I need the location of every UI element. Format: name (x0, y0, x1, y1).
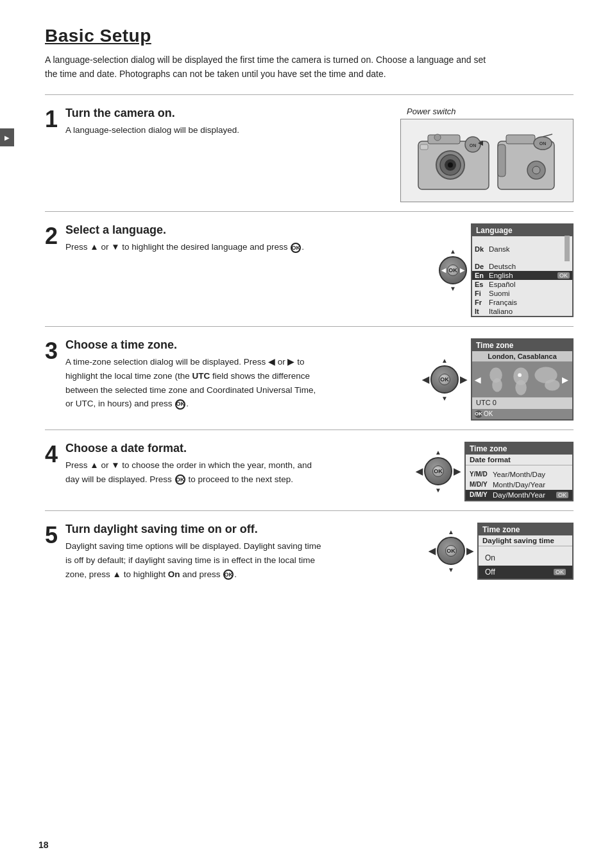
dateformat-row-dmy: D/M/Y Day/Month/Year OK (466, 490, 572, 500)
timezone-utc: UTC 0 (472, 397, 572, 409)
step-2-controls: ▲ OK ◀ ▶ ▼ Language Dk Dansk De Deuts (439, 223, 574, 317)
camera-right-svg: ON (495, 125, 559, 196)
step-4-content: 4 Choose a date format. Press ▲ or ▼ to … (45, 442, 387, 501)
nav-5: ▲ ◀ OK ▶ ▼ (429, 528, 473, 573)
step-4: 4 Choose a date format. Press ▲ or ▼ to … (45, 430, 574, 511)
nav-right-2: ▶ (460, 267, 464, 273)
step-5-controls: ▲ ◀ OK ▶ ▼ Time zone Daylight saving tim… (429, 523, 574, 580)
on-bold: On (168, 569, 180, 579)
ok-symbol-2: OK (291, 243, 301, 253)
daylight-dialog: Time zone Daylight saving time On Off OK (477, 523, 574, 580)
dateformat-row-ymd: Y/M/D Year/Month/Day (466, 469, 572, 480)
step-2-body: Press ▲ or ▼ to highlight the desired la… (65, 240, 304, 254)
nav-down-5: ▼ (448, 566, 454, 573)
step-3-body: A time-zone selection dialog will be dis… (65, 355, 322, 410)
ok-badge-df: OK (556, 492, 568, 498)
timezone-map: ◀ ▶ (472, 362, 572, 397)
svg-line-15 (543, 134, 552, 137)
step-5: 5 Turn daylight saving time on or off. D… (45, 511, 574, 594)
power-switch-label: Power switch (407, 107, 456, 116)
step-5-content: 5 Turn daylight saving time on or off. D… (45, 523, 387, 585)
svg-text:◀: ◀ (474, 376, 481, 384)
step-1-number: 1 (45, 108, 58, 131)
lang-row-fr: Fr Français (472, 298, 572, 307)
ok-symbol-3: OK (175, 399, 185, 410)
nav-updown-2: ▲ OK ◀ ▶ ▼ (439, 248, 467, 292)
lang-row-it: It Italiano (472, 307, 572, 316)
step-5-number: 5 (45, 524, 58, 547)
svg-rect-16 (498, 144, 506, 177)
nav-ok-3: OK (439, 374, 450, 385)
lang-row-dk: Dk Dansk (472, 236, 572, 262)
timezone-ok-label: OK (484, 410, 493, 417)
daylight-row-on: On (479, 551, 572, 564)
svg-point-5 (448, 162, 453, 168)
ok-circle-tz: OK (475, 410, 482, 418)
step-3-content: 3 Choose a time zone. A time-zone select… (45, 338, 387, 421)
nav-right-4: ▶ (454, 466, 461, 476)
step-1-body: A language-selection dialog will be disp… (65, 123, 239, 137)
step-4-number: 4 (45, 443, 58, 466)
step-3-controls: ▲ ◀ OK ▶ ▼ Time zone London, Casablanca (422, 338, 574, 421)
step-3-heading: Choose a time zone. (65, 338, 322, 352)
dateformat-title: Time zone (466, 443, 572, 455)
svg-point-26 (518, 373, 522, 377)
daylight-row-off: Off OK (479, 566, 572, 578)
svg-text:ON: ON (540, 141, 547, 146)
lang-row-de: De Deutsch (472, 262, 572, 271)
dateformat-dialog: Time zone Date format Y/M/D Year/Month/D… (464, 442, 574, 501)
step-2: 2 Select a language. Press ▲ or ▼ to hig… (45, 212, 574, 327)
dateformat-row-mdy: M/D/Y Month/Day/Year (466, 480, 572, 490)
ok-symbol-5: OK (223, 569, 234, 580)
dateformat-subtitle: Date format (466, 455, 572, 465)
step-1-heading: Turn the camera on. (65, 107, 239, 121)
daylight-subtitle: Daylight saving time (479, 535, 572, 546)
nav-ok-center-2: OK (447, 265, 459, 276)
intro-text: A language-selection dialog will be disp… (45, 53, 494, 82)
timezone-location: London, Casablanca (472, 351, 572, 362)
nav-left-3: ◀ (422, 374, 429, 385)
nav-right-5: ▶ (466, 546, 473, 556)
step-2-heading: Select a language. (65, 223, 304, 238)
nav-up-3: ▲ (441, 357, 448, 364)
camera-left-svg: ON (415, 125, 492, 196)
svg-point-21 (515, 380, 527, 395)
sidebar-bookmark: ▶ (0, 128, 14, 146)
nav-ok-5: OK (445, 545, 457, 557)
nav-right-3-arrow: ▶ (460, 374, 467, 385)
nav-ring-3: OK (430, 365, 459, 394)
lang-row-es: Es Español (472, 280, 572, 289)
timezone-map-svg: ◀ ▶ (472, 362, 572, 397)
nav-ring-2: OK ◀ ▶ (439, 256, 467, 284)
step-3-number: 3 (45, 340, 58, 363)
nav-3: ▲ ◀ OK ▶ ▼ (422, 357, 467, 402)
step-3-right: ▲ ◀ OK ▶ ▼ Time zone London, Casablanca (387, 338, 574, 421)
svg-rect-9 (420, 144, 428, 150)
lang-row-fi: Fi Suomi (472, 289, 572, 298)
step-1-right: Power switch ON (387, 107, 574, 202)
nav-down-arrow-2: ▼ (450, 286, 456, 292)
step-5-heading: Turn daylight saving time on or off. (65, 523, 322, 537)
svg-point-23 (492, 378, 502, 392)
step-3: 3 Choose a time zone. A time-zone select… (45, 327, 574, 430)
svg-rect-1 (428, 135, 460, 144)
timezone-ok-row: OK OK (472, 409, 572, 419)
step-4-heading: Choose a date format. (65, 442, 322, 456)
ok-symbol-4: OK (175, 474, 185, 485)
svg-point-10 (434, 134, 441, 141)
step-2-content: 2 Select a language. Press ▲ or ▼ to hig… (45, 223, 387, 317)
nav-left-5: ◀ (429, 546, 436, 556)
step-4-right: ▲ ◀ OK ▶ ▼ Time zone Date format Y/M/D Y… (387, 442, 574, 501)
svg-point-18 (532, 166, 540, 174)
svg-text:ON: ON (470, 143, 477, 148)
nav-ok-4: OK (432, 465, 444, 477)
daylight-title: Time zone (479, 524, 572, 535)
step-2-right: ▲ OK ◀ ▶ ▼ Language Dk Dansk De Deuts (387, 223, 574, 317)
nav-ring-5: OK (437, 537, 465, 565)
nav-up-5: ▲ (448, 528, 454, 535)
page-title: Basic Setup (45, 26, 574, 46)
svg-rect-12 (506, 135, 535, 144)
nav-left-4: ◀ (416, 466, 423, 476)
utc-bold: UTC (192, 371, 210, 381)
step-5-right: ▲ ◀ OK ▶ ▼ Time zone Daylight saving tim… (387, 523, 574, 585)
